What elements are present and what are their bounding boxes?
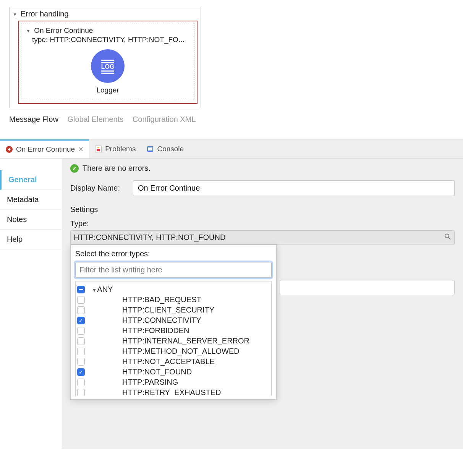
onerror-title: On Error Continue — [34, 26, 93, 34]
sidebar-item-metadata[interactable]: Metadata — [0, 190, 62, 210]
tree-item-label[interactable]: HTTP:CONNECTIVITY — [122, 316, 201, 325]
svg-rect-10 — [148, 147, 152, 151]
onerror-icon — [5, 146, 13, 153]
tab-config-xml[interactable]: Configuration XML — [133, 115, 196, 123]
tree-root-label: ANY — [97, 285, 113, 293]
chevron-down-icon[interactable]: ▼ — [92, 287, 97, 293]
log-icon: LOG — [97, 56, 118, 76]
tree-item-label[interactable]: HTTP:FORBIDDEN — [122, 326, 189, 335]
tree-item-label[interactable]: HTTP:CLIENT_SECURITY — [122, 306, 214, 314]
checkbox[interactable] — [77, 337, 85, 345]
tree-item-label[interactable]: HTTP:INTERNAL_SERVER_ERROR — [122, 337, 249, 345]
svg-text:LOG: LOG — [101, 63, 115, 70]
checkbox[interactable] — [77, 327, 85, 335]
tree-item-label[interactable]: HTTP:NOT_FOUND — [122, 368, 192, 376]
tab-onerror-continue[interactable]: On Error Continue ✕ — [0, 139, 89, 158]
type-label: Type: — [70, 219, 455, 228]
error-type-popup: Select the error types: ▼ ANY HTTP:BAD_R… — [70, 244, 277, 400]
status-ok-icon: ✓ — [70, 164, 79, 173]
search-icon[interactable] — [444, 233, 451, 242]
status-message: There are no errors. — [83, 164, 151, 173]
svg-point-11 — [445, 234, 449, 238]
settings-label: Settings — [70, 205, 455, 214]
type-value: HTTP:CONNECTIVITY, HTTP:NOT_FOUND — [74, 233, 225, 241]
checkbox-mixed[interactable] — [77, 286, 85, 293]
checkbox[interactable]: ✓ — [77, 368, 85, 376]
close-icon[interactable]: ✕ — [78, 145, 84, 154]
display-name-input[interactable] — [133, 180, 455, 196]
sidebar-item-help[interactable]: Help — [0, 230, 62, 249]
tree-item-label[interactable]: HTTP:NOT_ACCEPTABLE — [122, 357, 215, 366]
svg-rect-8 — [97, 147, 99, 148]
onerror-type-line: type: HTTP:CONNECTIVITY, HTTP:NOT_FO... — [24, 36, 191, 44]
svg-line-12 — [448, 237, 450, 239]
panel-tab-label: Problems — [105, 145, 136, 153]
tree-item-label[interactable]: HTTP:BAD_REQUEST — [122, 295, 201, 304]
checkbox[interactable] — [77, 358, 85, 366]
checkbox[interactable] — [77, 296, 85, 304]
panel-tab-label: Console — [157, 145, 184, 153]
flow-canvas[interactable]: ▼ Error handling ▼ On Error Continue typ… — [9, 7, 201, 108]
tree-item-label[interactable]: HTTP:RETRY_EXHAUSTED — [122, 388, 221, 396]
checkbox[interactable] — [77, 389, 85, 397]
editor-bottom-tabs: Message Flow Global Elements Configurati… — [9, 115, 463, 124]
sidebar-item-general[interactable]: General — [0, 170, 62, 190]
checkbox[interactable] — [77, 348, 85, 355]
tab-global-elements[interactable]: Global Elements — [68, 115, 124, 123]
console-icon — [146, 145, 154, 153]
tab-problems[interactable]: Problems — [89, 139, 141, 158]
panel-tab-label: On Error Continue — [16, 145, 75, 154]
tab-message-flow[interactable]: Message Flow — [9, 115, 58, 123]
filter-input[interactable] — [75, 262, 272, 278]
onerror-scope[interactable]: ▼ On Error Continue type: HTTP:CONNECTIV… — [18, 21, 198, 104]
tab-console[interactable]: Console — [141, 139, 189, 158]
checkbox[interactable] — [77, 306, 85, 314]
chevron-down-icon: ▼ — [26, 28, 31, 34]
logger-node[interactable]: LOG — [91, 49, 125, 83]
problems-icon — [94, 145, 102, 153]
type-field[interactable]: HTTP:CONNECTIVITY, HTTP:NOT_FOUND — [70, 230, 455, 244]
popup-title: Select the error types: — [75, 249, 272, 258]
when-input[interactable] — [280, 280, 455, 295]
section-error-handling: Error handling — [21, 10, 69, 18]
checkbox[interactable] — [77, 379, 85, 386]
tree-item-label[interactable]: HTTP:PARSING — [122, 378, 178, 387]
checkbox[interactable]: ✓ — [77, 317, 85, 324]
svg-rect-7 — [97, 149, 100, 151]
error-type-tree[interactable]: ▼ ANY HTTP:BAD_REQUESTHTTP:CLIENT_SECURI… — [75, 282, 272, 396]
tree-item-label[interactable]: HTTP:METHOD_NOT_ALLOWED — [122, 347, 240, 356]
properties-sidebar: General Metadata Notes Help — [0, 159, 62, 449]
sidebar-item-notes[interactable]: Notes — [0, 210, 62, 230]
chevron-down-icon: ▼ — [13, 12, 17, 17]
display-name-label: Display Name: — [70, 184, 128, 193]
logger-label: Logger — [24, 86, 191, 94]
